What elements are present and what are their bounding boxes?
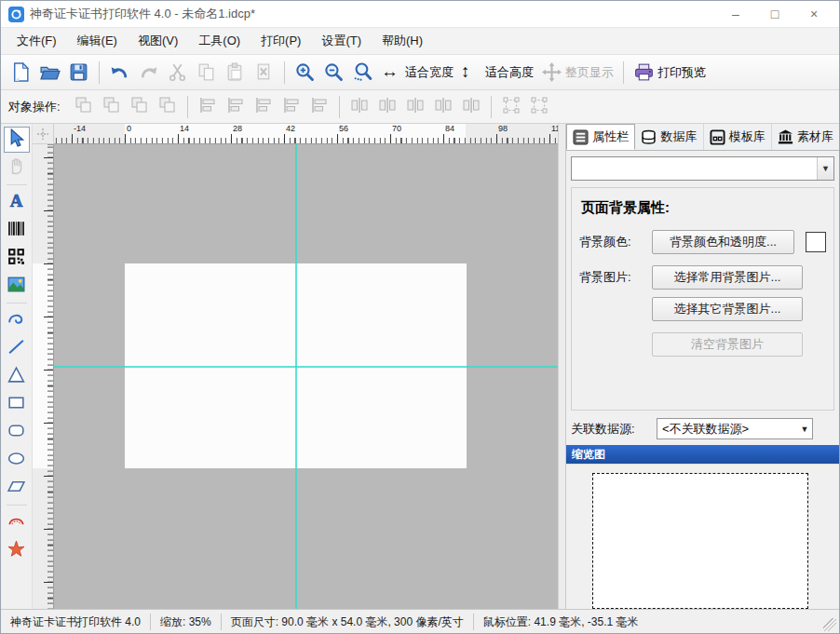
curve-tool[interactable]: [4, 307, 30, 333]
status-page-size: 页面尺寸: 90.0 毫米 x 54.0 毫米, 300 像素/英寸: [221, 614, 473, 630]
triangle-tool[interactable]: [4, 363, 30, 389]
paste-button[interactable]: [221, 59, 250, 87]
delete-button[interactable]: [250, 59, 278, 87]
bg-image-common-button[interactable]: 选择常用背景图片...: [652, 265, 803, 290]
seal-arc-icon: [7, 511, 26, 534]
curve-icon: [7, 309, 26, 332]
triangle-icon: [7, 365, 26, 388]
cut-button[interactable]: [163, 59, 192, 87]
object-select-combo[interactable]: ▼: [571, 156, 834, 181]
app-logo-icon: [8, 7, 24, 22]
open-button[interactable]: [35, 59, 64, 87]
panel-splitter[interactable]: [558, 124, 565, 609]
resize-grip-icon[interactable]: [823, 618, 836, 631]
fit-width-button[interactable]: ↔适合宽度: [377, 59, 457, 87]
print-preview-button[interactable]: 打印预览: [630, 59, 710, 87]
menu-edit[interactable]: 编辑(E): [67, 29, 128, 53]
print-preview-icon: [633, 61, 655, 83]
ellipse-icon: [7, 449, 26, 472]
redo-button[interactable]: [134, 59, 163, 87]
copy-button[interactable]: [192, 59, 221, 87]
bg-color-swatch[interactable]: [806, 232, 826, 252]
app-window: 神奇证卡证书打印软件 4.0 - 未命名1.idcp* – □ × 文件(F) …: [0, 0, 840, 634]
bring-forward-button[interactable]: [70, 94, 98, 120]
text-tool[interactable]: A: [4, 189, 30, 215]
object-toolbar: 对象操作:: [1, 90, 839, 124]
menu-print[interactable]: 打印(P): [251, 29, 311, 53]
image-tool[interactable]: [4, 273, 30, 299]
barcode-tool[interactable]: [4, 217, 30, 243]
send-backward-button[interactable]: [98, 94, 126, 120]
seal-tool[interactable]: [4, 509, 30, 535]
tab-materials-label: 模板库: [729, 128, 765, 145]
same-width-button[interactable]: [345, 94, 373, 120]
align-middle-button[interactable]: [278, 94, 305, 120]
equal-v-spacing-button[interactable]: [429, 94, 457, 120]
horizontal-ruler-row: -14014284256708498112: [33, 124, 558, 144]
datasource-select[interactable]: <不关联数据源> ▼: [657, 418, 813, 439]
canvas-row: -28-140142842567084: [33, 144, 558, 609]
align-left-button[interactable]: [194, 94, 222, 120]
datasource-value: <不关联数据源>: [657, 421, 797, 438]
open-folder-icon: [39, 61, 61, 83]
menu-view[interactable]: 视图(V): [128, 29, 188, 53]
zoom-custom-button[interactable]: [348, 59, 377, 87]
undo-button[interactable]: [105, 59, 134, 87]
align-center-h-button[interactable]: [222, 94, 250, 120]
hand-tool[interactable]: [4, 155, 30, 181]
bring-to-front-button[interactable]: [126, 94, 154, 120]
toolbar-separator: [623, 61, 624, 84]
ungroup-button[interactable]: [525, 94, 553, 120]
equal-h-spacing-button[interactable]: [373, 94, 401, 120]
star-tool[interactable]: [4, 537, 30, 563]
menu-file[interactable]: 文件(F): [7, 29, 67, 53]
object-combo-row: ▼: [566, 151, 839, 185]
main-area: A -14014284256708498112 -28-140142842567…: [1, 124, 839, 609]
line-tool[interactable]: [4, 335, 30, 361]
maximize-button[interactable]: □: [755, 2, 794, 26]
same-size-button[interactable]: [457, 94, 485, 120]
library-icon: [778, 129, 793, 145]
bg-color-label: 背景颜色:: [579, 234, 652, 250]
bg-image-clear-button[interactable]: 清空背景图片: [652, 332, 803, 357]
paste-icon: [224, 61, 246, 83]
new-button[interactable]: [7, 59, 35, 87]
parallelogram-tool[interactable]: [4, 475, 30, 501]
same-height-button[interactable]: [401, 94, 429, 120]
menu-help[interactable]: 帮助(H): [372, 29, 433, 53]
canvas[interactable]: [54, 144, 558, 609]
guide-vertical: [295, 144, 297, 609]
ellipse-tool[interactable]: [4, 447, 30, 473]
tab-materials[interactable]: 素材库: [772, 124, 839, 150]
align-right-button[interactable]: [305, 94, 333, 120]
tool-palette: A: [1, 124, 33, 609]
properties-icon: [573, 129, 589, 145]
bg-color-button[interactable]: 背景颜色和透明度...: [652, 230, 794, 254]
select-tool[interactable]: [4, 127, 30, 153]
fit-height-button[interactable]: ↕适合高度: [457, 59, 537, 87]
close-button[interactable]: ×: [794, 2, 833, 26]
zoom-in-button[interactable]: [291, 59, 319, 87]
align-top-button[interactable]: [250, 94, 278, 120]
minimize-button[interactable]: –: [716, 2, 755, 26]
fit-page-button[interactable]: 整页显示: [537, 59, 617, 87]
save-button[interactable]: [64, 59, 93, 87]
qrcode-tool[interactable]: [4, 245, 30, 271]
tab-database[interactable]: 数据库: [635, 124, 703, 150]
menu-settings[interactable]: 设置(T): [311, 29, 372, 53]
group-button[interactable]: [497, 94, 525, 120]
menu-tools[interactable]: 工具(O): [188, 29, 251, 53]
rounded-rect-tool[interactable]: [4, 419, 30, 445]
zoom-out-button[interactable]: [319, 59, 348, 87]
hand-icon: [7, 156, 26, 180]
tab-properties[interactable]: 属性栏: [566, 124, 635, 150]
thumbnail-page-preview[interactable]: [592, 473, 808, 609]
window-title: 神奇证卡证书打印软件 4.0 - 未命名1.idcp*: [30, 6, 716, 22]
dropdown-arrow-icon[interactable]: ▼: [817, 157, 833, 180]
bg-image-label: 背景图片:: [579, 269, 652, 286]
object-toolbar-buttons: [70, 94, 553, 120]
send-to-back-button[interactable]: [154, 94, 182, 120]
bg-image-other-button[interactable]: 选择其它背景图片...: [652, 297, 803, 321]
rectangle-tool[interactable]: [4, 391, 30, 417]
tab-templates[interactable]: 模板库: [704, 124, 772, 150]
